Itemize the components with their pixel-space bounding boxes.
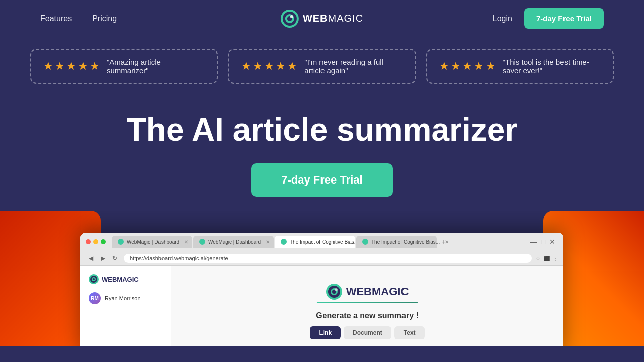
tab-favicon-2 <box>199 239 205 245</box>
logo[interactable]: WEBMAGIC <box>281 10 363 28</box>
sidebar-user: RM Ryan Morrison <box>89 292 163 304</box>
navbar: Features Pricing WEBMAGIC Login 7-day Fr… <box>0 0 644 37</box>
browser-toolbar-icons: ☆ ⬛ ⋮ <box>536 256 558 261</box>
nav-pricing[interactable]: Pricing <box>92 14 117 23</box>
browser-nav-buttons: ◀ ▶ ↻ <box>86 253 120 263</box>
app-logo-underline <box>317 302 418 303</box>
menu-icon[interactable]: ⋮ <box>553 256 558 261</box>
review-text-2: "I'm never reading a full article again" <box>304 58 403 75</box>
tab-favicon-1 <box>118 239 124 245</box>
star: ★ <box>55 60 65 73</box>
star: ★ <box>253 60 263 73</box>
app-logo: WEBMAGIC <box>267 284 468 300</box>
nav-features[interactable]: Features <box>40 14 72 23</box>
minimize-dot <box>93 239 98 244</box>
address-bar[interactable] <box>124 254 532 263</box>
forward-button[interactable]: ▶ <box>98 253 108 263</box>
reviews-section: ★ ★ ★ ★ ★ "Amazing article summarizer" ★… <box>0 39 644 94</box>
svg-point-4 <box>290 15 293 18</box>
review-card-1: ★ ★ ★ ★ ★ "Amazing article summarizer" <box>30 49 218 84</box>
logo-icon <box>281 10 299 28</box>
review-text-1: "Amazing article summarizer" <box>107 58 205 75</box>
browser-content: WEBMAGIC RM Ryan Morrison <box>80 266 564 346</box>
app-content: WEBMAGIC Generate a new summary ! Link D… <box>267 284 468 339</box>
star: ★ <box>78 60 88 73</box>
minimize-icon[interactable]: — <box>530 238 537 246</box>
star: ★ <box>90 60 100 73</box>
star: ★ <box>462 60 472 73</box>
btn-link[interactable]: Link <box>310 326 341 339</box>
star: ★ <box>43 60 53 73</box>
tab-label-1: WebMagic | Dashboard <box>127 239 179 245</box>
reload-button[interactable]: ↻ <box>110 253 120 263</box>
browser-tab-1[interactable]: WebMagic | Dashboard ✕ <box>112 236 192 248</box>
trial-button-nav[interactable]: 7-day Free Trial <box>524 8 604 29</box>
back-button[interactable]: ◀ <box>86 253 96 263</box>
star: ★ <box>439 60 449 73</box>
extensions-icon[interactable]: ⬛ <box>544 256 550 261</box>
tab-close-1[interactable]: ✕ <box>184 239 188 245</box>
star: ★ <box>276 60 286 73</box>
btn-document[interactable]: Document <box>344 326 391 339</box>
star: ★ <box>264 60 274 73</box>
login-link[interactable]: Login <box>493 14 512 23</box>
browser-main: WEBMAGIC Generate a new summary ! Link D… <box>171 266 564 346</box>
maximize-dot <box>101 239 106 244</box>
review-text-3: "This tool is the best time-saver ever!" <box>503 58 601 75</box>
tab-favicon-4 <box>362 239 368 245</box>
user-avatar: RM <box>89 292 101 304</box>
stars-3: ★ ★ ★ ★ ★ <box>439 60 496 73</box>
browser-window: WebMagic | Dashboard ✕ WebMagic | Dashbo… <box>80 233 564 346</box>
hero-section: The AI article summarizer 7-day Free Tri… <box>0 94 644 211</box>
star: ★ <box>451 60 461 73</box>
star: ★ <box>474 60 484 73</box>
sidebar-logo: WEBMAGIC <box>89 274 163 284</box>
browser-tab-3[interactable]: The Impact of Cognitive Bias... ✕ <box>275 236 355 248</box>
browser-tab-4[interactable]: The Impact of Cognitive Bias... ✕ <box>356 236 437 248</box>
new-tab-button[interactable]: + <box>438 236 450 248</box>
tab-label-3: The Impact of Cognitive Bias... <box>290 239 358 245</box>
review-card-3: ★ ★ ★ ★ ★ "This tool is the best time-sa… <box>426 49 614 84</box>
hero-title: The AI article summarizer <box>20 112 624 147</box>
app-logo-text: WEBMAGIC <box>346 285 409 298</box>
nav-links: Features Pricing <box>40 14 117 23</box>
browser-tabs: WebMagic | Dashboard ✕ WebMagic | Dashbo… <box>112 236 524 248</box>
star: ★ <box>241 60 251 73</box>
restore-icon[interactable]: □ <box>541 238 545 246</box>
star: ★ <box>486 60 496 73</box>
close-dot <box>86 239 91 244</box>
browser-controls <box>86 239 106 244</box>
logo-text: WEBMAGIC <box>303 13 363 24</box>
user-name: Ryan Morrison <box>105 295 141 301</box>
star: ★ <box>66 60 76 73</box>
browser-sidebar: WEBMAGIC RM Ryan Morrison <box>80 266 171 346</box>
review-card-2: ★ ★ ★ ★ ★ "I'm never reading a full arti… <box>228 49 416 84</box>
trial-button-hero[interactable]: 7-day Free Trial <box>251 163 392 197</box>
browser-section: WebMagic | Dashboard ✕ WebMagic | Dashbo… <box>0 211 644 346</box>
app-generate-title: Generate a new summary ! <box>267 311 468 320</box>
svg-point-8 <box>93 278 95 280</box>
app-logo-icon <box>326 284 342 300</box>
svg-point-13 <box>335 288 338 291</box>
sidebar-logo-text: WEBMAGIC <box>102 276 139 283</box>
nav-right: Login 7-day Free Trial <box>493 8 604 29</box>
browser-toolbar: WebMagic | Dashboard ✕ WebMagic | Dashbo… <box>80 233 564 251</box>
sidebar-logo-icon <box>89 274 99 284</box>
btn-text[interactable]: Text <box>394 326 425 339</box>
tab-label-4: The Impact of Cognitive Bias... <box>371 239 440 245</box>
window-close-icon[interactable]: ✕ <box>549 238 555 246</box>
tab-close-2[interactable]: ✕ <box>266 239 270 245</box>
bookmark-icon[interactable]: ☆ <box>536 256 540 261</box>
app-buttons: Link Document Text <box>267 326 468 339</box>
browser-tab-2[interactable]: WebMagic | Dashboard ✕ <box>193 236 274 248</box>
stars-2: ★ ★ ★ ★ ★ <box>241 60 297 73</box>
tab-favicon-3 <box>281 239 287 245</box>
tab-label-2: WebMagic | Dashboard <box>208 239 261 245</box>
browser-addressbar: ◀ ▶ ↻ ☆ ⬛ ⋮ <box>80 251 564 266</box>
star: ★ <box>287 60 297 73</box>
stars-1: ★ ★ ★ ★ ★ <box>43 60 100 73</box>
